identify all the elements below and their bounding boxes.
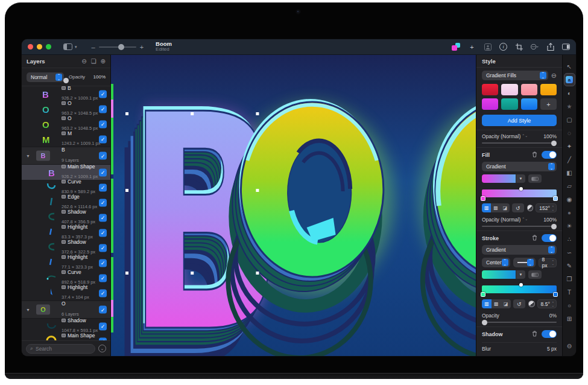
- star-shape-tool[interactable]: ★: [564, 100, 575, 113]
- fill-opacity-knob[interactable]: [551, 224, 557, 229]
- style-swatch-teal[interactable]: [501, 98, 517, 110]
- layer-row-curve[interactable]: Curve892.6 × 518.9 px✓: [22, 270, 110, 285]
- stroke-gradient-options-button[interactable]: [528, 270, 542, 279]
- style-swatch-magenta[interactable]: [482, 98, 498, 110]
- layer-visibility-checkbox[interactable]: ✓: [99, 168, 107, 176]
- stroke-gradient-bar[interactable]: [482, 285, 557, 293]
- fill-gradient-bar[interactable]: [482, 189, 557, 197]
- stroke-angle-stepper[interactable]: 8.5° ⌃⌄: [537, 299, 557, 308]
- stroke-type-dropdown[interactable]: Gradient ⌃⌄: [482, 245, 557, 255]
- rotate-gradient-icon[interactable]: [527, 205, 534, 211]
- layer-visibility-checkbox[interactable]: ✓: [99, 229, 107, 237]
- layer-visibility-checkbox[interactable]: ✓: [99, 120, 107, 128]
- panels-toggle-button[interactable]: [562, 43, 570, 51]
- close-button[interactable]: [28, 44, 33, 49]
- layer-row-shadow[interactable]: Shadow407.8 × 356.5 px✓: [22, 210, 110, 225]
- add-button[interactable]: +: [468, 43, 476, 51]
- layer-row-edge[interactable]: Edge262.6 × 1114.6 px✓: [22, 195, 110, 210]
- layer-visibility-checkbox[interactable]: ✓: [99, 152, 107, 160]
- shapes-tool[interactable]: ❐: [564, 272, 575, 285]
- stroke-gradient-swatch[interactable]: ▼: [482, 270, 525, 279]
- add-layer-button[interactable]: ⊕: [101, 58, 106, 65]
- minimize-button[interactable]: [37, 44, 42, 49]
- fill-toggle[interactable]: [542, 151, 557, 159]
- zoom-knob[interactable]: [118, 44, 124, 50]
- color-fill-tool[interactable]: ◐: [564, 86, 575, 100]
- fill-gradient-options-button[interactable]: [528, 174, 542, 183]
- layer-row-o[interactable]: OO963.2 × 1048.5 px✓: [22, 116, 110, 132]
- grain-tool[interactable]: ∴: [564, 232, 575, 246]
- layer-visibility-checkbox[interactable]: ✓: [99, 214, 107, 221]
- photo-browser-button[interactable]: [484, 43, 492, 51]
- stroke-toggle[interactable]: [542, 234, 557, 242]
- crop-button[interactable]: [515, 43, 523, 51]
- clone-tool[interactable]: ◉: [564, 192, 575, 206]
- fill-tool[interactable]: ◧: [564, 166, 575, 179]
- stroke-position-dropdown[interactable]: Center ⌃⌄: [482, 258, 510, 267]
- layer-row-curve[interactable]: Curve830.9 × 589.2 px✓: [22, 180, 110, 195]
- layer-visibility-checkbox[interactable]: ✓: [99, 337, 107, 340]
- search-input[interactable]: [36, 346, 84, 352]
- fill-angle-stepper[interactable]: 152° ⌃⌄: [536, 203, 557, 212]
- pen-tool[interactable]: ✎: [564, 259, 575, 272]
- add-style-button[interactable]: Add Style: [482, 115, 557, 126]
- search-filter-button[interactable]: ⌄: [98, 345, 106, 352]
- layer-opacity-knob[interactable]: [63, 78, 69, 83]
- layer-visibility-checkbox[interactable]: ✓: [99, 135, 107, 143]
- layer-visibility-checkbox[interactable]: ✓: [99, 289, 107, 297]
- style-preset-dropdown[interactable]: Gradient Fills ⌃⌄: [482, 71, 548, 80]
- lasso-select-tool[interactable]: ◌: [564, 126, 575, 139]
- rect-select-tool[interactable]: ▢: [564, 113, 575, 126]
- top-opacity-slider[interactable]: [482, 142, 557, 144]
- expand-chevron-icon[interactable]: ▼: [26, 154, 30, 158]
- layer-row-o[interactable]: ▼OO6 Layers✓: [22, 301, 110, 319]
- layer-visibility-checkbox[interactable]: ✓: [99, 199, 107, 206]
- layer-row-b[interactable]: ▼BB9 Layers✓: [22, 147, 110, 165]
- arrange-tool[interactable]: ↖: [564, 60, 575, 73]
- layer-row-b[interactable]: BB926.2 × 1009.1 px✓: [22, 86, 110, 101]
- linear-gradient-button[interactable]: ▥: [482, 203, 491, 212]
- zoom-in-button[interactable]: +: [136, 43, 147, 51]
- layer-visibility-checkbox[interactable]: ✓: [99, 244, 107, 252]
- stroke-mid-stop[interactable]: [519, 283, 523, 287]
- style-swatch-light-pink[interactable]: [501, 84, 517, 95]
- style-swatch-orange[interactable]: [540, 84, 557, 95]
- share-button[interactable]: [546, 43, 554, 51]
- reverse-gradient-button[interactable]: ↺: [512, 203, 523, 212]
- style-tool[interactable]: a: [564, 73, 575, 86]
- stroke-gradient-editor[interactable]: [482, 284, 557, 296]
- layer-visibility-checkbox[interactable]: ✓: [99, 90, 107, 98]
- zoom-track[interactable]: [99, 46, 136, 48]
- zoom-slider[interactable]: – +: [88, 43, 148, 51]
- sharpen-tool[interactable]: ☀: [564, 219, 575, 232]
- style-swatch-blue[interactable]: [521, 98, 537, 110]
- pencil-tool[interactable]: ╱: [564, 153, 575, 166]
- radial-gradient-button[interactable]: ▩: [491, 203, 500, 212]
- angle-gradient-button[interactable]: ◪: [501, 203, 510, 212]
- layer-visibility-checkbox[interactable]: ✓: [99, 105, 107, 113]
- zoom-tool[interactable]: ○: [564, 299, 575, 312]
- fill-opacity-slider[interactable]: [482, 226, 557, 227]
- layer-row-shadow[interactable]: Shadow372.6 × 322.5 px✓: [22, 240, 110, 255]
- more-tools-button[interactable]: [531, 43, 539, 51]
- quick-select-tool[interactable]: ✦: [564, 139, 575, 153]
- rotate-gradient-icon[interactable]: [528, 301, 535, 307]
- stroke-line-style-dropdown[interactable]: ⌃⌄: [513, 258, 536, 267]
- style-swatch-red[interactable]: [482, 84, 498, 95]
- crop-tool[interactable]: ⊞: [564, 312, 575, 325]
- fill-stop-right[interactable]: [553, 196, 558, 201]
- layer-row-highlight[interactable]: Highlight77.1 × 323.3 px✓: [22, 255, 110, 270]
- top-opacity-knob[interactable]: [551, 141, 557, 146]
- add-swatch-button[interactable]: +: [540, 98, 557, 110]
- layer-visibility-checkbox[interactable]: ✓: [99, 274, 107, 282]
- layer-visibility-checkbox[interactable]: ✓: [99, 306, 107, 314]
- type-tool[interactable]: T: [564, 285, 575, 299]
- layer-row-shadow[interactable]: Shadow1047.8 × 593.1 px✓: [22, 319, 110, 334]
- blur-tool[interactable]: ●: [564, 206, 575, 219]
- fill-type-dropdown[interactable]: Gradient ⌃⌄: [482, 162, 557, 171]
- layers-search[interactable]: ⌕: [26, 344, 95, 354]
- reverse-gradient-button[interactable]: ↺: [513, 299, 525, 308]
- layer-visibility-checkbox[interactable]: ✓: [99, 322, 107, 330]
- remove-layer-button[interactable]: ⊖: [81, 58, 86, 65]
- fill-mid-stop[interactable]: [519, 187, 523, 191]
